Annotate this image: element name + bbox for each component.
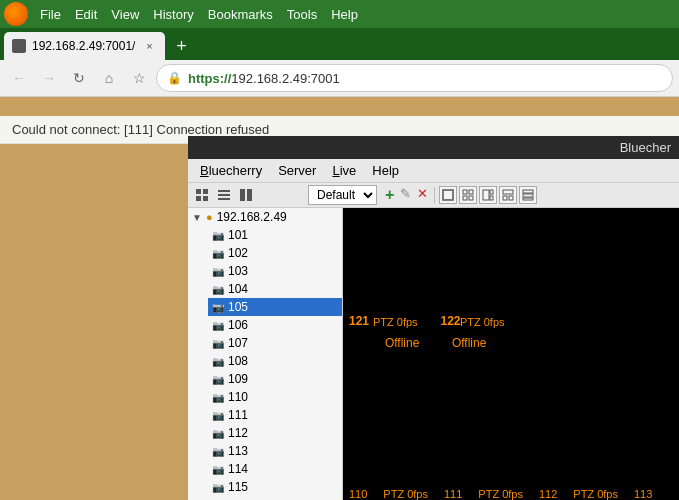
cam-offline-2: Offline <box>452 336 486 350</box>
strip-cam-111-id: 111 <box>444 488 462 500</box>
toolbar-icon-1[interactable] <box>192 185 212 205</box>
strip-cam-112-id: 112 <box>539 488 557 500</box>
forward-button[interactable]: → <box>36 65 62 91</box>
svg-rect-17 <box>503 190 513 194</box>
layout-select[interactable]: Default <box>308 185 377 205</box>
camera-105[interactable]: 📷 105 <box>208 298 342 316</box>
camera-104[interactable]: 📷 104 <box>208 280 342 298</box>
url-host: 192.168.2.49:7001 <box>231 71 339 86</box>
browser-chrome: File Edit View History Bookmarks Tools H… <box>0 0 679 97</box>
camera-103[interactable]: 📷 103 <box>208 262 342 280</box>
browser-tab[interactable]: 192.168.2.49:7001/ × <box>4 32 165 60</box>
home-button[interactable]: ⌂ <box>96 65 122 91</box>
layout-dropdown[interactable]: Default <box>308 185 377 205</box>
camera-108[interactable]: 📷 108 <box>208 352 342 370</box>
svg-rect-4 <box>218 190 230 192</box>
svg-rect-6 <box>218 198 230 200</box>
svg-rect-16 <box>490 196 493 200</box>
camera-112[interactable]: 📷 112 <box>208 424 342 442</box>
camera-icon: 📷 <box>212 482 224 493</box>
svg-rect-21 <box>523 194 533 197</box>
tree-server[interactable]: ▼ ● 192.168.2.49 <box>188 208 342 226</box>
lock-icon: 🔒 <box>167 71 182 85</box>
strip-cam-110-fps: PTZ 0fps <box>383 488 428 500</box>
camera-101[interactable]: 📷 101 <box>208 226 342 244</box>
layout-1x1[interactable] <box>439 186 457 204</box>
menu-edit[interactable]: Edit <box>69 5 103 24</box>
svg-rect-9 <box>443 190 453 200</box>
camera-icon: 📷 <box>212 302 224 313</box>
bluecherry-window: Bluecher Bluecherry Server Live Help <box>188 136 679 500</box>
toolbar-icon-3[interactable] <box>236 185 256 205</box>
camera-label: 111 <box>228 408 248 422</box>
menu-help[interactable]: Help <box>325 5 364 24</box>
camera-label: 109 <box>228 372 248 386</box>
camera-icon: 📷 <box>212 464 224 475</box>
refresh-button[interactable]: ↻ <box>66 65 92 91</box>
tab-close-button[interactable]: × <box>141 38 157 54</box>
camera-icon: 📷 <box>212 248 224 259</box>
url-https: https:// <box>188 71 231 86</box>
bottom-camera-strip: 110 PTZ 0fps 111 PTZ 0fps 112 PTZ 0fps 1… <box>343 480 679 500</box>
bc-sidebar: ▼ ● 192.168.2.49 📷 101 📷 102 📷 <box>188 208 343 500</box>
svg-rect-1 <box>203 189 208 194</box>
bookmark-button[interactable]: ☆ <box>126 65 152 91</box>
edit-camera-button[interactable]: ✎ <box>400 186 411 204</box>
toolbar-icon-2[interactable] <box>214 185 234 205</box>
layout-2x2[interactable] <box>459 186 477 204</box>
layout-single-col[interactable] <box>519 186 537 204</box>
menu-bookmarks[interactable]: Bookmarks <box>202 5 279 24</box>
new-tab-button[interactable]: + <box>169 34 193 58</box>
camera-icon: 📷 <box>212 338 224 349</box>
svg-rect-18 <box>503 196 507 200</box>
svg-rect-13 <box>469 196 473 200</box>
toolbar-separator <box>434 187 435 203</box>
svg-rect-2 <box>196 196 201 201</box>
bc-menubar: Bluecherry Server Live Help <box>188 159 679 183</box>
svg-rect-10 <box>463 190 467 194</box>
svg-rect-7 <box>240 189 245 201</box>
layout-custom[interactable] <box>479 186 497 204</box>
menu-file[interactable]: File <box>34 5 67 24</box>
bc-menu-live[interactable]: Live <box>324 161 364 180</box>
svg-rect-0 <box>196 189 201 194</box>
camera-107[interactable]: 📷 107 <box>208 334 342 352</box>
bc-toolbar: Default + ✎ ✕ <box>188 183 679 208</box>
cam-fps-121: PTZ 0fps <box>373 316 418 328</box>
camera-113[interactable]: 📷 113 <box>208 442 342 460</box>
menu-view[interactable]: View <box>105 5 145 24</box>
layout-wide[interactable] <box>499 186 517 204</box>
tab-bar: 192.168.2.49:7001/ × + <box>0 28 679 60</box>
strip-cam-110-id: 110 <box>349 488 367 500</box>
bc-titlebar: Bluecher <box>188 136 679 159</box>
bc-menu-help[interactable]: Help <box>364 161 407 180</box>
menu-history[interactable]: History <box>147 5 199 24</box>
camera-102[interactable]: 📷 102 <box>208 244 342 262</box>
bc-menu-bluecherry[interactable]: Bluecherry <box>192 161 270 180</box>
svg-rect-12 <box>463 196 467 200</box>
camera-icon: 📷 <box>212 320 224 331</box>
camera-114[interactable]: 📷 114 <box>208 460 342 478</box>
camera-111[interactable]: 📷 111 <box>208 406 342 424</box>
svg-rect-22 <box>523 198 533 200</box>
bc-menu-server[interactable]: Server <box>270 161 324 180</box>
menu-tools[interactable]: Tools <box>281 5 323 24</box>
camera-110[interactable]: 📷 110 <box>208 388 342 406</box>
camera-label: 106 <box>228 318 248 332</box>
add-camera-button[interactable]: + <box>385 186 394 204</box>
cam-offline-1: Offline <box>385 336 419 350</box>
svg-rect-20 <box>523 190 533 193</box>
camera-icon: 📷 <box>212 446 224 457</box>
url-bar[interactable]: 🔒 https://192.168.2.49:7001 <box>156 64 673 92</box>
back-button[interactable]: ← <box>6 65 32 91</box>
svg-rect-8 <box>247 189 252 201</box>
delete-camera-button[interactable]: ✕ <box>417 186 428 204</box>
camera-109[interactable]: 📷 109 <box>208 370 342 388</box>
strip-cam-111-fps: PTZ 0fps <box>478 488 523 500</box>
camera-label: 114 <box>228 462 248 476</box>
camera-116[interactable]: 📷 116 <box>208 496 342 500</box>
camera-label: 101 <box>228 228 248 242</box>
svg-rect-19 <box>509 196 513 200</box>
camera-115[interactable]: 📷 115 <box>208 478 342 496</box>
camera-106[interactable]: 📷 106 <box>208 316 342 334</box>
